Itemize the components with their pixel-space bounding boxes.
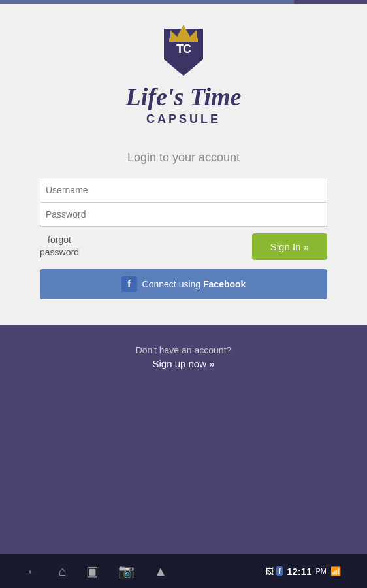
login-subtitle: Login to your account [127, 151, 240, 165]
back-icon[interactable]: ← [26, 564, 39, 579]
app-title-script: Life's Time [126, 84, 242, 111]
gallery-icon: 🖼 [265, 566, 274, 576]
svg-rect-2 [181, 34, 186, 42]
facebook-icon: f [121, 276, 137, 292]
up-icon[interactable]: ▲ [154, 564, 167, 579]
svg-rect-3 [193, 38, 198, 42]
sign-up-link[interactable]: Sign up now » [152, 358, 214, 369]
form-actions: forgot password Sign In » [40, 233, 327, 260]
logo-container: TC Life's Time CAPSULE [126, 24, 242, 126]
no-account-text: Don't have an account? [136, 345, 232, 355]
fb-status-icon: f [276, 566, 283, 576]
footer-area: Don't have an account? Sign up now » [0, 325, 367, 389]
purple-spacer [0, 389, 367, 554]
ampm-display: PM [316, 567, 327, 575]
signal-icons: 📶 [330, 566, 341, 576]
home-icon[interactable]: ⌂ [59, 564, 67, 579]
logo-icon: TC [161, 24, 206, 76]
time-display: 12:11 [287, 566, 311, 577]
shield-text: TC [176, 42, 191, 56]
svg-rect-1 [169, 38, 174, 42]
app-title-capsule: CAPSULE [146, 112, 221, 126]
forgot-password-link[interactable]: forgot password [40, 234, 79, 259]
nav-icons-left: ← ⌂ ▣ 📷 ▲ [26, 563, 167, 579]
android-nav-bar: ← ⌂ ▣ 📷 ▲ 🖼 f 12:11 PM 📶 [0, 554, 367, 588]
status-icons: 🖼 f [265, 566, 283, 576]
password-input[interactable] [40, 202, 327, 227]
form-container [40, 178, 327, 227]
facebook-button-text: Connect using Facebook [142, 279, 246, 289]
facebook-connect-button[interactable]: f Connect using Facebook [40, 269, 327, 299]
recents-icon[interactable]: ▣ [86, 563, 99, 579]
sign-in-button[interactable]: Sign In » [252, 233, 327, 260]
camera-icon[interactable]: 📷 [118, 563, 135, 579]
username-input[interactable] [40, 178, 327, 202]
status-bar: 🖼 f 12:11 PM 📶 [265, 566, 341, 577]
crown-icon [167, 24, 200, 42]
main-content: TC Life's Time CAPSULE Login to your acc… [0, 4, 367, 325]
